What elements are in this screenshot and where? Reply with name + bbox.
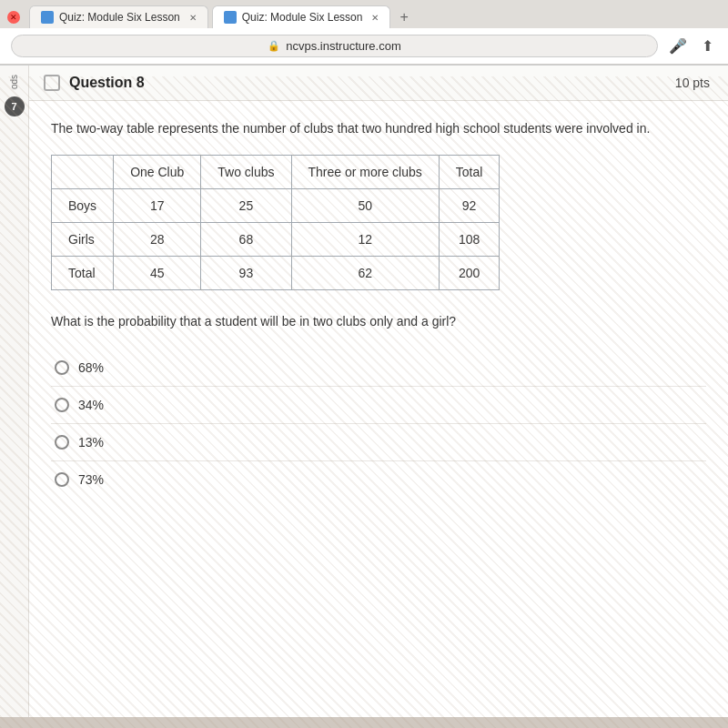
- address-bar: 🔒 ncvps.instructure.com 🎤 ⬆: [0, 28, 728, 65]
- new-tab-button[interactable]: +: [394, 7, 413, 27]
- sidebar-label: ods: [9, 75, 19, 89]
- radio-button-d[interactable]: [55, 472, 69, 487]
- table-cell-girls-three: 12: [291, 223, 439, 257]
- tab-favicon-1: [41, 11, 54, 24]
- tab-quiz-1[interactable]: Quiz: Module Six Lesson ✕: [29, 5, 208, 28]
- table-cell-girls-total: 108: [439, 223, 500, 257]
- table-header-empty: [52, 156, 114, 189]
- answer-choice-d[interactable]: 73%: [51, 461, 706, 498]
- table-cell-boys-one: 17: [114, 189, 201, 223]
- table-cell-boys-total: 92: [439, 189, 500, 223]
- answer-label-c: 13%: [78, 435, 104, 450]
- tab-close-1[interactable]: ✕: [189, 13, 197, 23]
- radio-button-c[interactable]: [55, 435, 69, 450]
- table-cell-total-three: 62: [291, 257, 439, 290]
- table-cell-girls-label: Girls: [52, 223, 114, 257]
- table-cell-total-total: 200: [439, 257, 500, 290]
- share-button[interactable]: ⬆: [698, 34, 717, 58]
- table-cell-total-two: 93: [201, 257, 291, 290]
- browser-chrome: ✕ Quiz: Module Six Lesson ✕ Quiz: Module…: [0, 0, 728, 66]
- table-header-total: Total: [439, 156, 500, 189]
- tab-close-2[interactable]: ✕: [371, 13, 379, 23]
- table-cell-boys-label: Boys: [52, 189, 114, 223]
- question-points: 10 pts: [675, 76, 710, 90]
- tab-label-1: Quiz: Module Six Lesson: [59, 11, 180, 24]
- question-body: The two-way table represents the number …: [29, 101, 728, 516]
- probability-question: What is the probability that a student w…: [51, 312, 706, 331]
- table-header-one-club: One Club: [114, 156, 201, 189]
- address-text: ncvps.instructure.com: [286, 39, 400, 53]
- tab-label-2: Quiz: Module Six Lesson: [242, 11, 363, 24]
- lock-icon: 🔒: [268, 40, 280, 52]
- table-cell-girls-one: 28: [114, 223, 201, 257]
- content-area: Question 8 10 pts The two-way table repr…: [29, 66, 728, 717]
- data-table: One Club Two clubs Three or more clubs T…: [51, 155, 500, 290]
- table-row: Girls 28 68 12 108: [52, 223, 500, 257]
- table-row: Total 45 93 62 200: [52, 257, 500, 290]
- answer-choices: 68% 34% 13% 73%: [51, 349, 706, 498]
- table-row: Boys 17 25 50 92: [52, 189, 500, 223]
- question-header: Question 8 10 pts: [29, 66, 728, 101]
- tab-favicon-2: [224, 11, 237, 24]
- answer-choice-b[interactable]: 34%: [51, 387, 706, 424]
- table-header-two-clubs: Two clubs: [201, 156, 291, 189]
- question-number: Question 8: [69, 75, 145, 91]
- tab-bar: ✕ Quiz: Module Six Lesson ✕ Quiz: Module…: [0, 0, 728, 28]
- main-content: ods 7 Question 8 10 pts The two-way tabl…: [0, 66, 728, 717]
- sidebar: ods 7: [0, 66, 29, 717]
- table-cell-boys-two: 25: [201, 189, 291, 223]
- answer-label-d: 73%: [78, 472, 104, 487]
- tab-quiz-2[interactable]: Quiz: Module Six Lesson ✕: [212, 5, 391, 28]
- question-checkbox[interactable]: [44, 75, 60, 91]
- answer-label-b: 34%: [78, 398, 104, 412]
- question-description: The two-way table represents the number …: [51, 119, 706, 138]
- answer-label-a: 68%: [78, 360, 104, 375]
- window-close-button[interactable]: ✕: [7, 11, 20, 24]
- table-header-row: One Club Two clubs Three or more clubs T…: [52, 156, 500, 189]
- microphone-button[interactable]: 🎤: [665, 34, 691, 58]
- table-header-three-plus: Three or more clubs: [291, 156, 439, 189]
- table-cell-total-label: Total: [52, 257, 114, 290]
- answer-choice-a[interactable]: 68%: [51, 349, 706, 387]
- radio-button-b[interactable]: [55, 398, 69, 412]
- table-cell-girls-two: 68: [201, 223, 291, 257]
- radio-button-a[interactable]: [55, 360, 69, 375]
- table-cell-boys-three: 50: [291, 189, 439, 223]
- answer-choice-c[interactable]: 13%: [51, 424, 706, 461]
- question-title: Question 8: [44, 75, 145, 91]
- page-number-badge: 7: [5, 96, 25, 116]
- table-cell-total-one: 45: [114, 257, 201, 290]
- address-input[interactable]: 🔒 ncvps.instructure.com: [11, 35, 658, 57]
